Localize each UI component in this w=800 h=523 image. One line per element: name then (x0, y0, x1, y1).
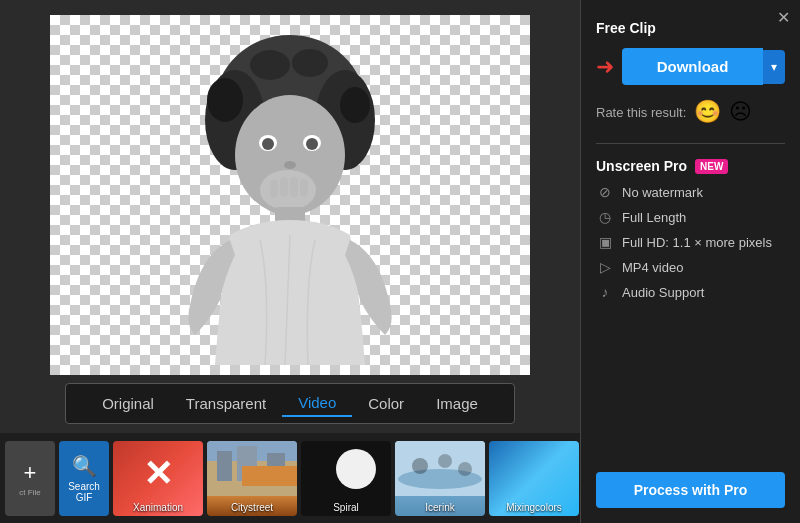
svg-point-4 (340, 87, 370, 123)
tab-transparent[interactable]: Transparent (170, 391, 282, 416)
x-icon: ✕ (143, 453, 173, 495)
mp4-icon: ▷ (596, 259, 614, 275)
icerink-svg (395, 441, 485, 496)
mp4-label: MP4 video (622, 260, 683, 275)
svg-rect-21 (217, 451, 232, 481)
feature-full-hd: ▣ Full HD: 1.1 × more pixels (596, 234, 785, 250)
svg-point-27 (412, 458, 428, 474)
svg-point-10 (262, 138, 274, 150)
feature-audio: ♪ Audio Support (596, 284, 785, 300)
audio-label: Audio Support (622, 285, 704, 300)
svg-point-12 (284, 161, 296, 169)
svg-point-3 (207, 78, 243, 122)
thumb-mixingcolors[interactable]: Mixingcolors (489, 441, 579, 516)
icerink-label: Icerink (395, 502, 485, 513)
svg-point-11 (306, 138, 318, 150)
tab-image[interactable]: Image (420, 391, 494, 416)
citystreet-label: Citystreet (207, 502, 297, 513)
full-hd-label: Full HD: 1.1 × more pixels (622, 235, 772, 250)
svg-point-29 (458, 462, 472, 476)
svg-point-28 (438, 454, 452, 468)
pro-header: Unscreen Pro NEW (596, 158, 785, 174)
tab-video[interactable]: Video (282, 390, 352, 417)
feature-full-length: ◷ Full Length (596, 209, 785, 225)
search-icon: 🔍 (72, 454, 97, 478)
happy-emoji[interactable]: 😊 (694, 99, 721, 125)
svg-rect-16 (290, 177, 298, 197)
new-badge: NEW (695, 159, 728, 174)
add-label: ct File (19, 488, 40, 497)
search-gif-label: Search GIF (59, 481, 109, 503)
svg-rect-15 (280, 177, 288, 197)
right-panel: ✕ Free Clip ➜ Download ▾ Rate this resul… (580, 0, 800, 523)
audio-icon: ♪ (596, 284, 614, 300)
plus-icon: + (24, 460, 37, 486)
preview-container (50, 15, 530, 375)
moon-shape (336, 449, 376, 489)
xanimation-label: Xanimation (113, 502, 203, 513)
svg-rect-14 (270, 180, 278, 198)
tab-original[interactable]: Original (86, 391, 170, 416)
divider (596, 143, 785, 144)
no-watermark-icon: ⊘ (596, 184, 614, 200)
spiral-label: Spiral (301, 502, 391, 513)
tab-color[interactable]: Color (352, 391, 420, 416)
download-row: ➜ Download ▾ (596, 48, 785, 85)
download-dropdown-button[interactable]: ▾ (763, 50, 785, 84)
search-gif-button[interactable]: 🔍 Search GIF (59, 441, 109, 516)
mixingcolors-label: Mixingcolors (489, 502, 579, 513)
tabs-row: Original Transparent Video Color Image (65, 383, 515, 424)
feature-mp4: ▷ MP4 video (596, 259, 785, 275)
thumb-icerink[interactable]: Icerink (395, 441, 485, 516)
thumb-xanimation[interactable]: ✕ Xanimation (113, 441, 203, 516)
svg-point-6 (292, 49, 328, 77)
rate-row: Rate this result: 😊 ☹ (596, 99, 785, 125)
process-pro-button[interactable]: Process with Pro (596, 472, 785, 508)
full-length-label: Full Length (622, 210, 686, 225)
pro-title: Unscreen Pro (596, 158, 687, 174)
close-button[interactable]: ✕ (777, 8, 790, 27)
svg-point-5 (250, 50, 290, 80)
arrow-icon: ➜ (596, 54, 614, 80)
add-file-button[interactable]: + ct File (5, 441, 55, 516)
svg-rect-17 (300, 179, 308, 197)
girl-svg (140, 25, 440, 365)
thumb-citystreet[interactable]: Citystreet (207, 441, 297, 516)
full-length-icon: ◷ (596, 209, 614, 225)
no-watermark-label: No watermark (622, 185, 703, 200)
close-icon: ✕ (777, 9, 790, 26)
download-button[interactable]: Download (622, 48, 763, 85)
full-hd-icon: ▣ (596, 234, 614, 250)
svg-rect-24 (242, 466, 297, 486)
sad-emoji[interactable]: ☹ (729, 99, 752, 125)
feature-no-watermark: ⊘ No watermark (596, 184, 785, 200)
rate-label: Rate this result: (596, 105, 686, 120)
bottom-strip: + ct File 🔍 Search GIF ✕ Xanimation City… (0, 433, 580, 523)
thumb-spiral[interactable]: Spiral (301, 441, 391, 516)
citystreet-svg (207, 441, 297, 496)
preview-image (50, 15, 530, 375)
main-area: Original Transparent Video Color Image +… (0, 0, 580, 523)
free-clip-title: Free Clip (596, 20, 785, 36)
